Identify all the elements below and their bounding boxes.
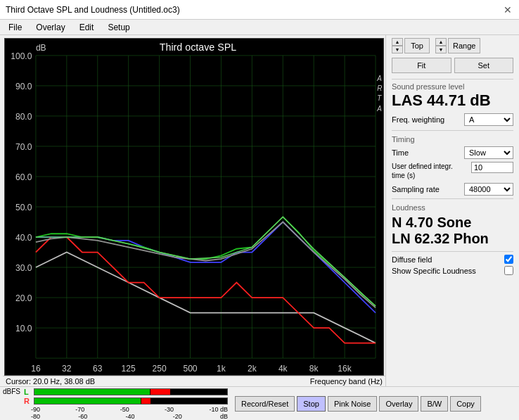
fit-button[interactable]: Fit <box>392 58 451 73</box>
show-specific-row: Show Specific Loudness <box>392 266 513 275</box>
svg-text:2k: 2k <box>248 364 257 374</box>
window-title: Third Octave SPL and Loudness (Untitled.… <box>6 5 180 15</box>
svg-text:63: 63 <box>93 364 102 374</box>
svg-text:1k: 1k <box>217 364 226 374</box>
sampling-rate-label: Sampling rate <box>392 185 440 193</box>
svg-text:125: 125 <box>122 364 136 374</box>
right-panel: ▲ ▼ Top ▲ ▼ Range Fit Set <box>385 35 519 386</box>
title-bar: Third Octave SPL and Loudness (Untitled.… <box>0 0 519 20</box>
range-up-btn[interactable]: ▲ <box>435 38 447 46</box>
sampling-rate-select[interactable]: 48000 44100 96000 <box>464 183 513 196</box>
dbfs-label: dBFS <box>3 388 23 395</box>
user-integ-input[interactable] <box>471 162 513 173</box>
freq-label: Frequency band (Hz) <box>310 377 383 386</box>
sampling-rate-row: Sampling rate 48000 44100 96000 <box>392 183 513 196</box>
bottom-bar: dBFS L R -90 -70 - <box>0 386 519 420</box>
freq-weighting-select[interactable]: A B C Z <box>464 113 513 126</box>
loudness-ln: LN 62.32 Phon <box>392 231 513 247</box>
svg-text:100.0: 100.0 <box>11 51 32 61</box>
chart-svg: 100.0 90.0 80.0 70.0 60.0 50.0 40.0 30.0… <box>5 39 383 375</box>
top-up-btn[interactable]: ▲ <box>392 38 403 46</box>
menu-edit[interactable]: Edit <box>74 21 100 34</box>
r-label: R <box>24 397 32 405</box>
menu-overlay[interactable]: Overlay <box>30 21 70 34</box>
svg-text:16: 16 <box>31 364 40 374</box>
loudness-section: Loudness N 4.70 Sone LN 62.32 Phon <box>392 203 513 247</box>
user-integ-label: User defined integr. time (s) <box>392 162 455 180</box>
range-down-btn[interactable]: ▼ <box>435 46 447 53</box>
user-integ-row: User defined integr. time (s) <box>392 162 513 180</box>
svg-text:4k: 4k <box>278 364 288 374</box>
diffuse-field-checkbox[interactable] <box>504 255 513 264</box>
svg-text:10.0: 10.0 <box>15 323 32 333</box>
record-reset-button[interactable]: Record/Reset <box>235 396 295 412</box>
svg-text:dB: dB <box>36 42 46 53</box>
svg-text:8k: 8k <box>309 364 319 374</box>
svg-text:70.0: 70.0 <box>15 141 32 152</box>
show-specific-label: Show Specific Loudness <box>392 267 476 275</box>
l-label: L <box>24 388 32 396</box>
loudness-header: Loudness <box>392 203 513 212</box>
top-down-btn[interactable]: ▼ <box>392 46 403 53</box>
svg-text:A: A <box>376 104 382 112</box>
menu-file[interactable]: File <box>3 21 27 34</box>
top-button[interactable]: Top <box>404 38 430 53</box>
loudness-n: N 4.70 Sone <box>392 215 513 231</box>
svg-text:80.0: 80.0 <box>15 111 32 122</box>
svg-text:A: A <box>376 74 382 82</box>
svg-text:30.0: 30.0 <box>15 262 32 273</box>
diffuse-field-row: Diffuse field <box>392 255 513 264</box>
svg-text:250: 250 <box>153 364 167 374</box>
svg-text:R: R <box>377 84 383 92</box>
range-button[interactable]: Range <box>448 38 480 53</box>
svg-text:Third octave SPL: Third octave SPL <box>160 41 236 53</box>
copy-button[interactable]: Copy <box>450 396 481 412</box>
bw-button[interactable]: B/W <box>421 396 448 412</box>
set-button[interactable]: Set <box>454 58 514 73</box>
svg-text:40.0: 40.0 <box>15 232 32 243</box>
spl-value: LAS 44.71 dB <box>392 92 513 109</box>
nav-controls: ▲ ▼ Top ▲ ▼ Range <box>392 38 513 53</box>
timing-header: Timing <box>392 135 513 144</box>
time-row: Time Slow Fast Impulse <box>392 146 513 159</box>
svg-text:16k: 16k <box>338 364 352 374</box>
svg-text:60.0: 60.0 <box>15 172 32 182</box>
menu-setup[interactable]: Setup <box>102 21 135 34</box>
time-select[interactable]: Slow Fast Impulse <box>464 146 513 159</box>
spl-label: Sound pressure level <box>392 82 513 91</box>
time-label: Time <box>392 148 409 157</box>
show-specific-checkbox[interactable] <box>504 266 513 275</box>
overlay-button[interactable]: Overlay <box>379 396 418 412</box>
spl-section: Sound pressure level LAS 44.71 dB <box>392 82 513 109</box>
diffuse-field-label: Diffuse field <box>392 255 432 264</box>
freq-weighting-row: Freq. weighting A B C Z <box>392 113 513 126</box>
svg-text:50.0: 50.0 <box>15 202 32 212</box>
svg-text:20.0: 20.0 <box>15 293 32 303</box>
menu-bar: File Overlay Edit Setup <box>0 20 519 35</box>
svg-text:90.0: 90.0 <box>15 81 32 91</box>
top-spinner[interactable]: ▲ ▼ <box>392 38 403 53</box>
close-button[interactable]: ✕ <box>502 4 513 15</box>
freq-weighting-label: Freq. weighting <box>392 115 444 124</box>
svg-text:T: T <box>377 94 382 102</box>
svg-text:32: 32 <box>62 364 71 374</box>
svg-text:500: 500 <box>183 364 197 374</box>
stop-button[interactable]: Stop <box>297 396 326 412</box>
pink-noise-button[interactable]: Pink Noise <box>328 396 378 412</box>
cursor-status: Cursor: 20.0 Hz, 38.08 dB <box>6 377 95 386</box>
range-spinner[interactable]: ▲ ▼ <box>435 38 447 53</box>
